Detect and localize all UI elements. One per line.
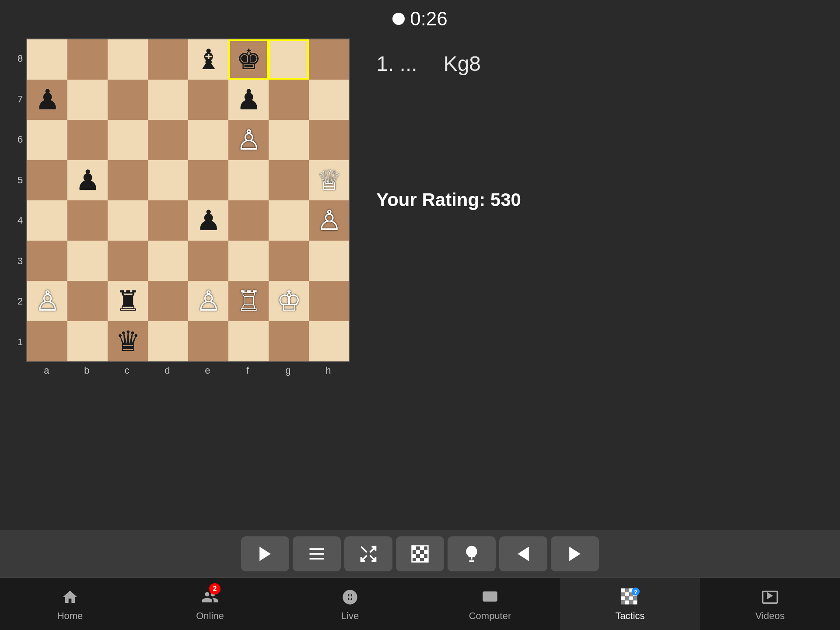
file-b: b bbox=[66, 365, 107, 376]
cell-h8[interactable] bbox=[309, 39, 349, 80]
nav-tactics-label: Tactics bbox=[615, 610, 644, 622]
cell-f7[interactable]: ♟ bbox=[228, 80, 269, 120]
cell-g1[interactable] bbox=[269, 321, 309, 361]
cell-a1[interactable] bbox=[27, 321, 67, 361]
cell-c8[interactable] bbox=[108, 39, 148, 80]
nav-home-label: Home bbox=[57, 610, 83, 622]
cell-c5[interactable] bbox=[108, 160, 148, 200]
svg-rect-30 bbox=[629, 600, 633, 604]
cell-d3[interactable] bbox=[148, 241, 188, 281]
cell-f5[interactable] bbox=[228, 160, 269, 200]
piece-white-pawn-h4: ♙ bbox=[317, 206, 342, 234]
cell-h5[interactable]: ♕ bbox=[309, 160, 349, 200]
piece-white-rook-f2: ♖ bbox=[236, 287, 261, 315]
nav-tactics[interactable]: ? Tactics bbox=[560, 578, 700, 630]
shuffle-button[interactable] bbox=[344, 536, 392, 571]
chess-board[interactable]: ♝ ♚ ♟ ♟ bbox=[26, 38, 350, 362]
nav-home[interactable]: Home bbox=[0, 578, 140, 630]
cell-b1[interactable] bbox=[67, 321, 108, 361]
piece-black-queen-c1: ♛ bbox=[116, 327, 140, 355]
cell-g4[interactable] bbox=[269, 200, 309, 241]
videos-icon bbox=[760, 587, 780, 608]
cell-b2[interactable] bbox=[67, 281, 108, 321]
cell-h6[interactable] bbox=[309, 120, 349, 160]
cell-a4[interactable] bbox=[27, 200, 67, 241]
cell-g8[interactable] bbox=[269, 39, 309, 80]
cell-a6[interactable] bbox=[27, 120, 67, 160]
cell-g3[interactable] bbox=[269, 241, 309, 281]
svg-marker-15 bbox=[569, 547, 581, 561]
move-display: 1. ... Kg8 bbox=[376, 52, 551, 76]
board-container: 8 7 6 5 4 3 2 1 ♝ ♚ bbox=[18, 38, 350, 376]
play-button[interactable] bbox=[241, 536, 289, 571]
cell-b7[interactable] bbox=[67, 80, 108, 120]
back-button[interactable] bbox=[499, 536, 547, 571]
svg-rect-2 bbox=[310, 553, 324, 555]
cell-c3[interactable] bbox=[108, 241, 148, 281]
cell-e3[interactable] bbox=[188, 241, 228, 281]
cell-f4[interactable] bbox=[228, 200, 269, 241]
cell-h1[interactable] bbox=[309, 321, 349, 361]
cell-b3[interactable] bbox=[67, 241, 108, 281]
cell-a7[interactable]: ♟ bbox=[27, 80, 67, 120]
svg-rect-7 bbox=[416, 550, 420, 554]
nav-computer[interactable]: Computer bbox=[420, 578, 560, 630]
cell-f1[interactable] bbox=[228, 321, 269, 361]
cell-d6[interactable] bbox=[148, 120, 188, 160]
nav-live[interactable]: Live bbox=[280, 578, 420, 630]
cell-c1[interactable]: ♛ bbox=[108, 321, 148, 361]
cell-e2[interactable]: ♙ bbox=[188, 281, 228, 321]
cell-d4[interactable] bbox=[148, 200, 188, 241]
cell-e1[interactable] bbox=[188, 321, 228, 361]
cell-f3[interactable] bbox=[228, 241, 269, 281]
cell-g5[interactable] bbox=[269, 160, 309, 200]
cell-c7[interactable] bbox=[108, 80, 148, 120]
cell-e5[interactable] bbox=[188, 160, 228, 200]
cell-e8[interactable]: ♝ bbox=[188, 39, 228, 80]
cell-a2[interactable]: ♙ bbox=[27, 281, 67, 321]
cell-c2[interactable]: ♜ bbox=[108, 281, 148, 321]
piece-black-pawn-b5: ♟ bbox=[75, 166, 100, 194]
cell-f6[interactable]: ♙ bbox=[228, 120, 269, 160]
cell-b5[interactable]: ♟ bbox=[67, 160, 108, 200]
cell-d1[interactable] bbox=[148, 321, 188, 361]
board-button[interactable] bbox=[396, 536, 444, 571]
cell-h4[interactable]: ♙ bbox=[309, 200, 349, 241]
cell-h2[interactable] bbox=[309, 281, 349, 321]
svg-rect-25 bbox=[625, 596, 629, 600]
cell-e4[interactable]: ♟ bbox=[188, 200, 228, 241]
cell-d2[interactable] bbox=[148, 281, 188, 321]
piece-white-pawn-a2: ♙ bbox=[35, 287, 60, 315]
cell-a3[interactable] bbox=[27, 241, 67, 281]
cell-a5[interactable] bbox=[27, 160, 67, 200]
cell-b8[interactable] bbox=[67, 39, 108, 80]
cell-h3[interactable] bbox=[309, 241, 349, 281]
list-button[interactable] bbox=[293, 536, 341, 571]
nav-videos[interactable]: Videos bbox=[700, 578, 840, 630]
hint-button[interactable] bbox=[448, 536, 496, 571]
cell-f8[interactable]: ♚ bbox=[228, 39, 269, 80]
cell-h7[interactable] bbox=[309, 80, 349, 120]
cell-c6[interactable] bbox=[108, 120, 148, 160]
nav-online[interactable]: 2 Online bbox=[140, 578, 280, 630]
piece-white-pawn-f6: ♙ bbox=[236, 126, 261, 154]
cell-f2[interactable]: ♖ bbox=[228, 281, 269, 321]
rank-labels: 8 7 6 5 4 3 2 1 bbox=[18, 38, 26, 376]
cell-d8[interactable] bbox=[148, 39, 188, 80]
cell-e6[interactable] bbox=[188, 120, 228, 160]
cell-g6[interactable] bbox=[269, 120, 309, 160]
cell-c4[interactable] bbox=[108, 200, 148, 241]
cell-g7[interactable] bbox=[269, 80, 309, 120]
cell-d5[interactable] bbox=[148, 160, 188, 200]
cell-e7[interactable] bbox=[188, 80, 228, 120]
cell-a8[interactable] bbox=[27, 39, 67, 80]
online-badge: 2 bbox=[209, 583, 220, 595]
cell-b6[interactable] bbox=[67, 120, 108, 160]
cell-d7[interactable] bbox=[148, 80, 188, 120]
board-and-files: ♝ ♚ ♟ ♟ bbox=[26, 38, 350, 376]
file-g: g bbox=[268, 365, 308, 376]
cell-b4[interactable] bbox=[67, 200, 108, 241]
forward-button[interactable] bbox=[551, 536, 599, 571]
cell-g2[interactable]: ♔ bbox=[269, 281, 309, 321]
file-d: d bbox=[147, 365, 187, 376]
